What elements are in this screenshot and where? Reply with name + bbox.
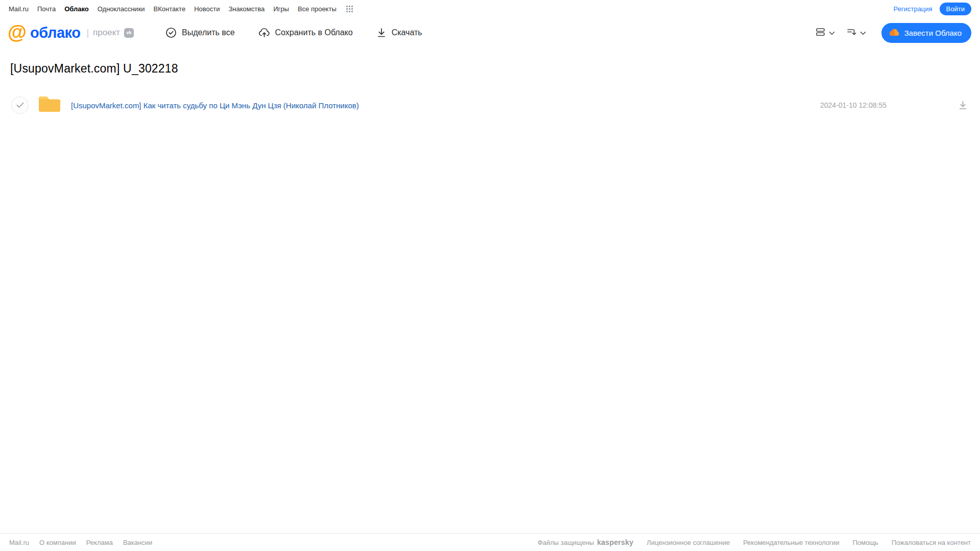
create-cloud-button[interactable]: Завести Облако [881,23,971,43]
view-mode-dropdown[interactable] [815,27,835,39]
download-label: Скачать [392,28,422,37]
check-icon [16,102,24,108]
row-download-icon[interactable] [958,100,968,110]
login-button[interactable]: Войти [940,3,971,15]
footer-link-about[interactable]: О компании [39,539,76,546]
protected-label: Файлы защищены [538,539,594,546]
page-title: [UsupovMarket.com] U_302218 [10,62,980,76]
project-vk-label: | проект vk [86,28,134,38]
select-all-button[interactable]: Выделить все [165,27,234,38]
all-projects-grid-icon[interactable] [346,6,353,12]
nav-link-all-projects[interactable]: Все проекты [298,5,337,13]
kaspersky-logo[interactable]: kaspersky [597,538,633,546]
select-all-label: Выделить все [182,28,234,37]
cloud-logo-text: облако [30,25,80,41]
nav-link-igry[interactable]: Игры [273,5,289,13]
save-to-cloud-button[interactable]: Сохранить в Облако [258,27,353,38]
download-icon [376,27,387,38]
file-row[interactable]: [UsupovMarket.com] Как читать судьбу по … [0,91,980,119]
save-to-cloud-label: Сохранить в Облако [275,28,353,37]
footer-left-links: Mail.ru О компании Реклама Вакансии [9,539,152,546]
portal-links: Mail.ru Почта Облако Одноклассники ВКонт… [9,5,353,13]
file-modified-date: 2024-01-10 12:08:55 [820,101,887,109]
cloud-logo[interactable]: @ облако [8,24,80,42]
nav-link-oblako[interactable]: Облако [64,5,89,13]
footer-link-recommendation-tech[interactable]: Рекомендательные технологии [743,539,839,546]
nav-link-znakomstva[interactable]: Знакомства [228,5,265,13]
file-list: [UsupovMarket.com] Как читать судьбу по … [0,91,980,119]
footer-right-links: Файлы защищены kaspersky Лицензионное со… [538,538,971,546]
row-checkbox[interactable] [11,97,29,114]
sort-dropdown[interactable] [846,27,866,39]
folder-icon [38,94,61,116]
mailru-at-icon: @ [8,22,27,42]
nav-link-pochta[interactable]: Почта [37,5,56,13]
registration-link[interactable]: Регистрация [894,5,933,13]
portal-auth: Регистрация Войти [894,3,971,15]
footer-link-mailru[interactable]: Mail.ru [9,539,29,546]
check-circle-icon [165,27,177,38]
file-toolbar: Выделить все Сохранить в Облако Скачать [165,27,422,38]
footer-link-license[interactable]: Лицензионное соглашение [647,539,730,546]
cloud-header: @ облако | проект vk Выделить все Со [0,17,980,48]
page-footer: Mail.ru О компании Реклама Вакансии Файл… [0,533,980,551]
portal-nav: Mail.ru Почта Облако Одноклассники ВКонт… [0,0,980,17]
cloud-upload-icon [258,27,270,38]
create-cloud-label: Завести Облако [904,29,962,37]
header-right-controls: Завести Облако [815,23,971,43]
footer-link-report-content[interactable]: Пожаловаться на контент [892,539,971,546]
chevron-down-icon [860,28,866,37]
footer-link-ads[interactable]: Реклама [86,539,113,546]
footer-link-help[interactable]: Помощь [852,539,878,546]
sort-icon [846,27,857,39]
nav-link-mailru[interactable]: Mail.ru [9,5,29,13]
view-mode-icon [815,27,826,39]
file-name-link[interactable]: [UsupovMarket.com] Как читать судьбу по … [71,101,359,110]
nav-link-odnoklassniki[interactable]: Одноклассники [98,5,145,13]
footer-link-jobs[interactable]: Вакансии [123,539,152,546]
chevron-down-icon [829,28,835,37]
nav-link-novosti[interactable]: Новости [194,5,220,13]
cloud-icon [889,28,900,38]
download-button[interactable]: Скачать [376,27,422,38]
main-content: [UsupovMarket.com] U_302218 [UsupovMarke… [0,62,980,119]
nav-link-vkontakte[interactable]: ВКонтакте [154,5,186,13]
project-label: проект [93,28,120,38]
logo-divider: | [86,28,89,38]
vk-badge-icon: vk [124,28,134,38]
kaspersky-protection: Файлы защищены kaspersky [538,538,634,546]
